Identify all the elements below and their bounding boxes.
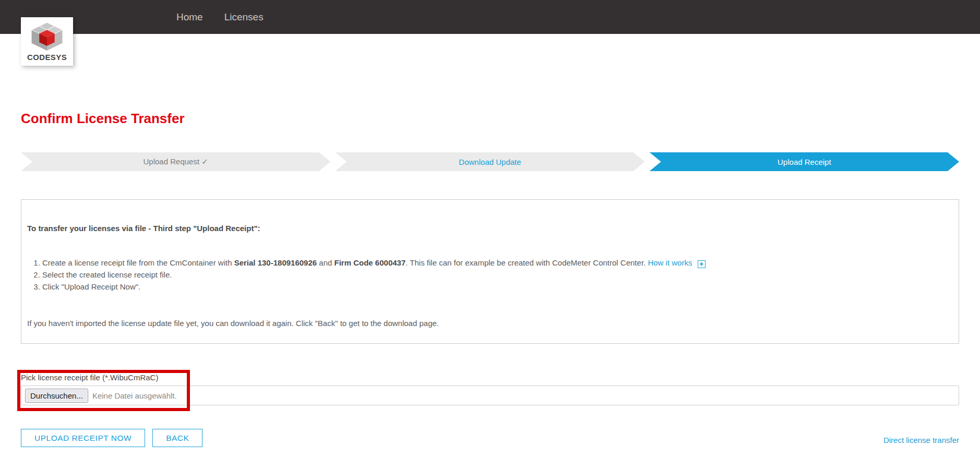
codesys-cube-icon <box>30 21 64 52</box>
wizard-step-upload-request: Upload Request ✓ <box>21 152 330 171</box>
instructions-panel: To transfer your licenses via file - Thi… <box>21 199 959 344</box>
instructions-intro: To transfer your licenses via file - Thi… <box>27 224 948 233</box>
direct-license-transfer-link[interactable]: Direct license transfer <box>883 436 959 444</box>
firm-code: Firm Code 6000437 <box>334 258 406 267</box>
actions-row: UPLOAD RECEIPT NOW BACK Direct license t… <box>21 429 959 447</box>
top-nav-bar: Home Licenses <box>0 0 980 34</box>
upload-receipt-now-button[interactable]: UPLOAD RECEIPT NOW <box>21 429 145 447</box>
step1-text-mid: and <box>317 258 334 267</box>
nav-item-home[interactable]: Home <box>176 11 203 23</box>
codesys-logo[interactable]: CODESYS <box>21 17 73 66</box>
list-item-select-file: Select the created license receipt file. <box>42 269 948 281</box>
page-title: Confirm License Transfer <box>21 111 959 126</box>
step1-text-post: . This file can for example be created w… <box>405 258 648 267</box>
expand-plus-icon[interactable]: + <box>698 260 706 268</box>
wizard-steps: Upload Request ✓ Download Update Upload … <box>21 152 959 171</box>
wizard-step-download-update[interactable]: Download Update <box>335 152 644 171</box>
content-area: Confirm License Transfer Upload Request … <box>0 111 980 447</box>
back-button[interactable]: BACK <box>152 429 202 447</box>
download-again-note: If you haven't imported the license upda… <box>27 319 948 328</box>
no-file-selected-text: Keine Datei ausgewählt. <box>92 391 177 400</box>
list-item-click-upload: Click "Upload Receipt Now". <box>42 281 948 293</box>
logo-wordmark: CODESYS <box>27 53 67 62</box>
serial-number: Serial 130-1809160926 <box>234 258 317 267</box>
step1-text-pre: Create a license receipt file from the C… <box>42 258 234 267</box>
wizard-step-upload-receipt[interactable]: Upload Receipt <box>650 152 959 171</box>
nav-item-licenses[interactable]: Licenses <box>224 11 264 23</box>
instructions-list: Create a license receipt file from the C… <box>27 257 948 293</box>
how-it-works-link[interactable]: How it works <box>648 258 692 267</box>
browse-button[interactable]: Durchsuchen... <box>25 389 88 403</box>
list-item-create-receipt: Create a license receipt file from the C… <box>42 257 948 269</box>
file-picker-section: Pick license receipt file (*.WibuCmRaC) … <box>21 373 959 405</box>
file-input-field[interactable]: Durchsuchen... Keine Datei ausgewählt. <box>21 386 959 405</box>
file-picker-label: Pick license receipt file (*.WibuCmRaC) <box>21 373 959 382</box>
